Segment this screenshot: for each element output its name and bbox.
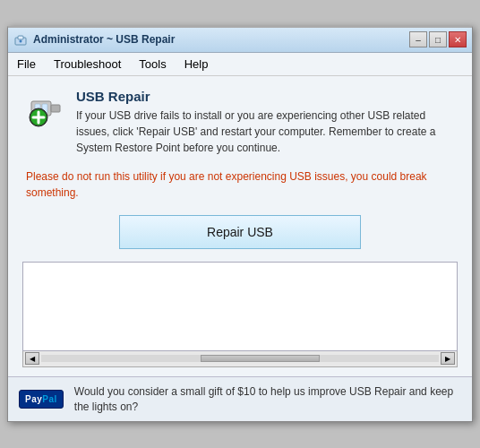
menu-bar: File Troubleshoot Tools Help — [8, 53, 472, 76]
maximize-button[interactable]: □ — [429, 31, 447, 47]
title-bar: Administrator ~ USB Repair – □ ✕ — [8, 28, 472, 53]
header-text: USB Repair If your USB drive fails to in… — [76, 89, 458, 156]
horizontal-scrollbar[interactable]: ◀ ▶ — [22, 351, 458, 367]
window-icon — [13, 32, 28, 47]
paypal-badge[interactable]: PayPal — [19, 390, 64, 409]
svg-point-2 — [20, 40, 22, 43]
scroll-left-button[interactable]: ◀ — [25, 352, 39, 365]
minimize-button[interactable]: – — [409, 31, 427, 47]
warning-text: Please do not run this utility if you ar… — [22, 168, 458, 201]
header-section: USB Repair If your USB drive fails to in… — [22, 89, 458, 156]
close-button[interactable]: ✕ — [449, 31, 467, 47]
menu-item-file[interactable]: File — [8, 55, 45, 73]
repair-button-container: Repair USB — [22, 215, 458, 249]
app-name: USB Repair — [76, 89, 458, 104]
svg-rect-1 — [18, 36, 23, 39]
scroll-track[interactable] — [41, 355, 439, 362]
window-title: Administrator ~ USB Repair — [33, 33, 409, 46]
footer-message: Would you consider a small gift of $10 t… — [74, 384, 461, 415]
menu-item-troubleshoot[interactable]: Troubleshoot — [45, 55, 130, 73]
log-area-container — [22, 262, 458, 351]
main-window: Administrator ~ USB Repair – □ ✕ File Tr… — [7, 26, 473, 423]
content-area: USB Repair If your USB drive fails to in… — [8, 76, 472, 376]
description-text: If your USB drive fails to install or yo… — [76, 108, 458, 156]
usb-icon-container — [22, 89, 65, 132]
svg-rect-4 — [51, 105, 60, 112]
repair-usb-button[interactable]: Repair USB — [119, 215, 361, 249]
log-area[interactable] — [23, 263, 457, 350]
footer: PayPal Would you consider a small gift o… — [8, 376, 472, 422]
scroll-thumb[interactable] — [201, 355, 320, 362]
usb-icon — [22, 89, 65, 132]
scroll-right-button[interactable]: ▶ — [441, 352, 455, 365]
menu-item-tools[interactable]: Tools — [130, 55, 175, 73]
menu-item-help[interactable]: Help — [176, 55, 218, 73]
title-controls: – □ ✕ — [409, 31, 467, 47]
